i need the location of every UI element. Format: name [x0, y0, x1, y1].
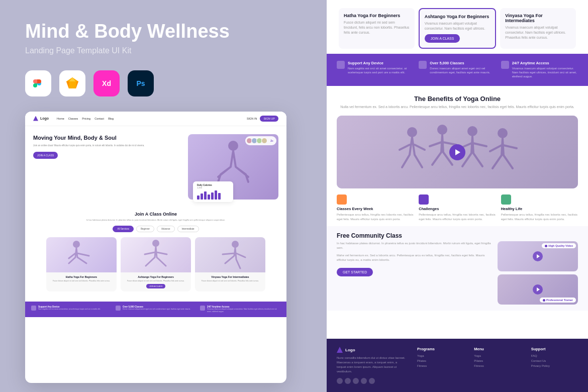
svg-point-7	[228, 141, 238, 151]
signup-btn[interactable]: SIGN UP	[260, 116, 278, 122]
community-images: High Quality Video Professional Trainer	[498, 241, 578, 305]
footer-link-contact[interactable]: Contact Us	[531, 359, 578, 362]
signin-link[interactable]: SIGN IN	[247, 117, 257, 120]
footer-link-fitness-1[interactable]: Fitness	[417, 364, 464, 367]
top-card-ashtango: Ashtango Yoga For Beginners Vivamus inae…	[419, 8, 497, 49]
svg-point-14	[498, 128, 508, 138]
top-card-hatha-desc: Fusce dictum aliquet mi sed sem tincidun…	[344, 20, 410, 35]
community-video-bot: Professional Trainer	[498, 274, 578, 305]
join-desc: In hac habitasse platea dictumst. In pha…	[33, 219, 278, 222]
social-icon-3[interactable]	[353, 378, 359, 384]
main-title: Mind & Body Wellness	[25, 20, 297, 43]
play-triangle-icon	[455, 149, 460, 155]
footer-brand-desc: Nunc convallis bibendum dui ut dictus vi…	[337, 356, 407, 374]
mock-hero: Moving Your Mind, Body & Soul Join an on…	[25, 126, 286, 205]
feature-classes: Over 5,000 Classes Donec inaecum aliquet…	[116, 306, 196, 313]
classes-icon	[337, 194, 347, 205]
footer-link-yoga-2[interactable]: Yoga	[474, 354, 521, 357]
right-panel: Hatha Yoga For Beginners Fusce dictum al…	[327, 0, 588, 392]
card-vinyasa-title: Vinyasa Yoga For Intermediates	[198, 275, 262, 278]
tool-icons: Xd Ps	[25, 70, 297, 96]
website-mockup: Logo Home Classes Pricing Contact Blog S…	[25, 112, 286, 383]
join-filters: All Services Beginner Advance Intermedia…	[33, 226, 278, 232]
feature-device: Support Any Device Nam sagittis est orci…	[31, 306, 112, 313]
svg-point-13	[467, 126, 477, 136]
mock-nav: Logo Home Classes Pricing Contact Blog S…	[25, 112, 286, 126]
figma-icon	[25, 70, 51, 96]
community-btn[interactable]: GET STARTED	[337, 268, 373, 276]
top-card-hatha-title: Hatha Yoga For Beginners	[344, 13, 410, 18]
high-quality-badge: High Quality Video	[542, 243, 576, 248]
social-icon-2[interactable]	[345, 378, 351, 384]
mock-nav-actions: SIGN IN SIGN UP	[247, 116, 278, 122]
card-vinyasa: Vinyasa Yoga For Intermediates Fusce dic…	[195, 237, 265, 292]
benefits-features: Classes Every Week Pellentesque arcu tel…	[337, 194, 578, 221]
social-icon-5[interactable]	[369, 378, 375, 384]
play-icon-2	[537, 287, 540, 291]
hero-title: Moving Your Mind, Body & Soul	[33, 134, 183, 141]
community-section: Free Community Class In hac habitasse pl…	[327, 226, 588, 311]
hero-people-widget: 2+	[245, 136, 276, 145]
class-cards: Hatha Yoga For Beginners Fusce dictum al…	[33, 237, 278, 292]
right-top-cards: Hatha Yoga For Beginners Fusce dictum al…	[327, 0, 588, 54]
footer-link-privacy[interactable]: Privacy Policy	[531, 364, 578, 367]
footer-link-yoga-1[interactable]: Yoga	[417, 354, 464, 357]
benefits-desc: Nulla vel fermentum ex. Sed a lobortis a…	[337, 105, 578, 110]
footer-link-pilates-2[interactable]: Pilates	[474, 359, 521, 362]
filter-intermediate[interactable]: Intermediate	[177, 226, 199, 232]
logo-dot	[33, 116, 38, 121]
subtitle: Landing Page Template UI Kit	[25, 46, 297, 55]
ps-icon: Ps	[128, 70, 154, 96]
play-icon	[537, 254, 540, 258]
bf-healthy: Healthy Life Pellentesque arcu tellus, f…	[501, 194, 578, 221]
footer-logo: Logo	[337, 347, 407, 353]
top-card-vinyasa-desc: Vivamus inaecum aliquet volutpat consect…	[505, 25, 571, 40]
card-ashtango-btn[interactable]: JOIN A CLASS	[146, 284, 166, 288]
hero-desc: Join an online class! Mauris efficitur t…	[33, 144, 183, 148]
filter-all[interactable]: All Services	[113, 226, 134, 232]
pb-item-classes: Over 5,000 Classes Donec inaecum aliquet…	[419, 61, 496, 79]
svg-point-12	[437, 125, 447, 135]
bf-classes: Classes Every Week Pellentesque arcu tel…	[337, 194, 414, 221]
community-desc1: In hac habitasse platea dictumst. In pha…	[337, 241, 492, 250]
community-text: In hac habitasse platea dictumst. In pha…	[337, 241, 492, 305]
community-video-top: High Quality Video	[498, 241, 578, 271]
bf-challenges: Challenges Pellentesque arcu tellus, fri…	[419, 194, 496, 221]
card-hatha-img	[46, 237, 117, 272]
card-hatha: Hatha Yoga For Beginners Fusce dictum al…	[46, 237, 117, 292]
community-content: In hac habitasse platea dictumst. In pha…	[337, 241, 578, 305]
svg-point-10	[232, 241, 239, 248]
top-card-vinyasa-title: Vinyasa Yoga For Intermediates	[505, 13, 571, 23]
mock-nav-links: Home Classes Pricing Contact Blog	[57, 117, 114, 120]
card-ashtango: Ashtango Yoga For Beginners Fusce dictum…	[121, 237, 191, 292]
top-card-ashtango-btn[interactable]: JOIN A CLASS	[425, 34, 460, 43]
purple-features-bar: Support Any Device Nam sagittis est orci…	[327, 54, 588, 86]
title-block: Mind & Body Wellness Landing Page Templa…	[25, 20, 297, 55]
benefits-video	[337, 116, 578, 188]
top-card-ashtango-desc: Vivamus inaecum aliquet volutpat consect…	[425, 21, 491, 31]
benefits-title: The Benefits of Yoga Online	[337, 95, 578, 103]
footer-link-faq[interactable]: FAQ	[531, 354, 578, 357]
footer-link-pilates-1[interactable]: Pilates	[417, 359, 464, 362]
right-content: Hatha Yoga For Beginners Fusce dictum al…	[327, 0, 588, 392]
xd-icon: Xd	[93, 70, 120, 96]
footer-col-programs: Programs Yoga Pilates Fitness	[417, 347, 464, 384]
mock-footer: Logo Nunc convallis bibendum dui ut dict…	[327, 339, 588, 392]
social-icon-4[interactable]	[361, 378, 367, 384]
filter-beginner[interactable]: Beginner	[136, 226, 154, 232]
top-card-vinyasa: Vinyasa Yoga For Intermediates Vivamus i…	[500, 8, 576, 49]
comm-play-btn-bot[interactable]	[533, 284, 543, 295]
video-play-btn[interactable]	[449, 144, 465, 160]
filter-advance[interactable]: Advance	[157, 226, 175, 232]
footer-col-support: Support FAQ Contact Us Privacy Policy	[531, 347, 578, 384]
hero-btn[interactable]: JOIN A CLASS	[33, 152, 58, 159]
svg-point-8	[73, 241, 80, 248]
footer-link-fitness-2[interactable]: Fitness	[474, 364, 521, 367]
card-ashtango-desc: Fusce dictum aliquet mi sed sem sed lobo…	[124, 280, 188, 282]
card-ashtango-img	[121, 237, 191, 272]
comm-play-btn-top[interactable]	[533, 251, 543, 261]
challenges-icon	[419, 194, 429, 205]
svg-marker-3	[66, 81, 69, 88]
mock-features-bar: Support Any Device Nam sagittis est orci…	[25, 302, 286, 317]
social-icon-1[interactable]	[337, 378, 343, 384]
